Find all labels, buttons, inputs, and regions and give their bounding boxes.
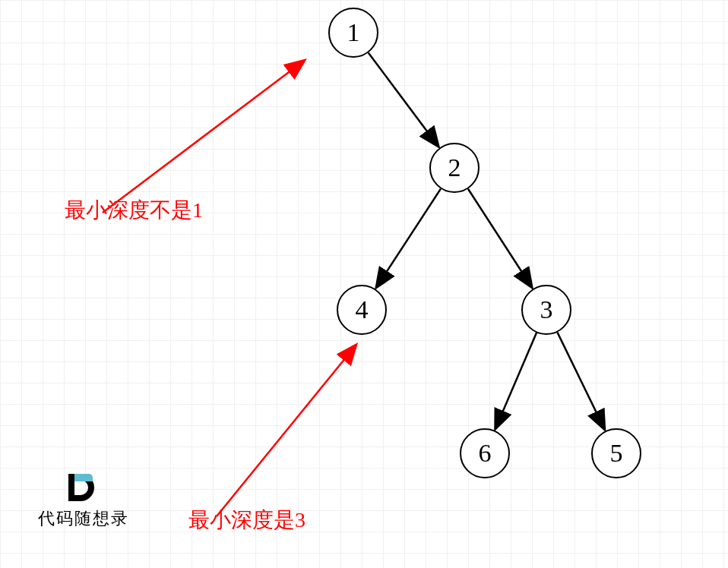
node-label: 1: [347, 18, 360, 47]
tree-node-2: 2: [429, 143, 480, 193]
tree-node-6: 6: [460, 428, 510, 478]
watermark-text: 代码随想录: [38, 507, 129, 530]
node-label: 6: [479, 439, 492, 468]
tree-node-1: 1: [328, 8, 378, 58]
watermark-logo-icon: [67, 471, 100, 504]
tree-node-3: 3: [521, 285, 571, 335]
tree-node-5: 5: [591, 428, 641, 478]
watermark: 代码随想录: [38, 471, 129, 530]
node-label: 3: [540, 295, 553, 324]
node-label: 4: [356, 295, 369, 324]
node-label: 5: [610, 439, 623, 468]
annotation-not-min-depth: 最小深度不是1: [65, 196, 203, 225]
node-label: 2: [448, 153, 461, 182]
annotation-min-depth: 最小深度是3: [188, 506, 305, 535]
tree-node-4: 4: [337, 285, 387, 335]
